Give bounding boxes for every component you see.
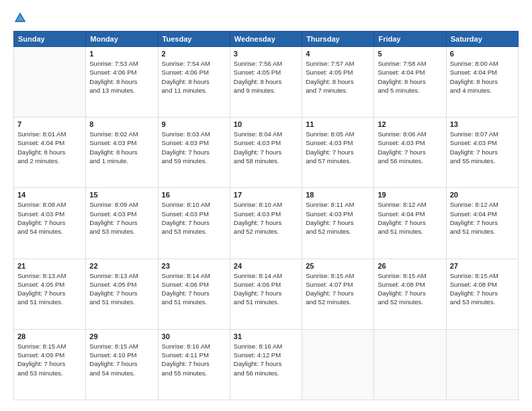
day-info: Sunrise: 8:11 AM Sunset: 4:03 PM Dayligh…: [306, 200, 370, 236]
calendar-cell: 31Sunrise: 8:16 AM Sunset: 4:12 PM Dayli…: [230, 329, 302, 400]
day-info: Sunrise: 7:58 AM Sunset: 4:04 PM Dayligh…: [378, 59, 442, 95]
calendar-cell: 17Sunrise: 8:10 AM Sunset: 4:03 PM Dayli…: [230, 188, 302, 259]
day-number: 19: [378, 191, 442, 199]
day-number: 31: [234, 332, 298, 340]
calendar-cell: 27Sunrise: 8:15 AM Sunset: 4:08 PM Dayli…: [446, 259, 518, 329]
day-info: Sunrise: 8:06 AM Sunset: 4:03 PM Dayligh…: [378, 130, 442, 165]
calendar-cell: 22Sunrise: 8:13 AM Sunset: 4:05 PM Dayli…: [86, 259, 158, 329]
day-of-week-header: Tuesday: [158, 32, 230, 47]
calendar-cell: 3Sunrise: 7:56 AM Sunset: 4:05 PM Daylig…: [230, 47, 302, 118]
day-of-week-header: Thursday: [302, 32, 374, 47]
day-info: Sunrise: 8:12 AM Sunset: 4:04 PM Dayligh…: [450, 200, 515, 236]
calendar-page: SundayMondayTuesdayWednesdayThursdayFrid…: [0, 0, 532, 411]
calendar-cell: 11Sunrise: 8:05 AM Sunset: 4:03 PM Dayli…: [302, 118, 374, 188]
calendar-cell: 10Sunrise: 8:04 AM Sunset: 4:03 PM Dayli…: [230, 118, 302, 188]
day-info: Sunrise: 8:10 AM Sunset: 4:03 PM Dayligh…: [162, 200, 226, 236]
calendar-cell: 30Sunrise: 8:16 AM Sunset: 4:11 PM Dayli…: [158, 329, 230, 400]
day-number: 15: [89, 191, 154, 199]
calendar-week-row: 28Sunrise: 8:15 AM Sunset: 4:09 PM Dayli…: [14, 329, 519, 400]
day-info: Sunrise: 8:00 AM Sunset: 4:04 PM Dayligh…: [450, 59, 515, 95]
day-info: Sunrise: 8:08 AM Sunset: 4:03 PM Dayligh…: [17, 200, 82, 236]
day-info: Sunrise: 8:09 AM Sunset: 4:03 PM Dayligh…: [89, 200, 154, 236]
day-info: Sunrise: 8:16 AM Sunset: 4:12 PM Dayligh…: [234, 342, 298, 377]
calendar-cell: [302, 329, 374, 400]
calendar-cell: 21Sunrise: 8:13 AM Sunset: 4:05 PM Dayli…: [14, 259, 86, 329]
calendar-cell: [14, 47, 86, 118]
day-info: Sunrise: 7:54 AM Sunset: 4:06 PM Dayligh…: [162, 59, 226, 95]
day-info: Sunrise: 8:14 AM Sunset: 4:06 PM Dayligh…: [234, 271, 298, 307]
day-number: 29: [89, 332, 154, 340]
day-number: 20: [450, 191, 515, 199]
calendar-cell: 16Sunrise: 8:10 AM Sunset: 4:03 PM Dayli…: [158, 188, 230, 259]
calendar-cell: 1Sunrise: 7:53 AM Sunset: 4:06 PM Daylig…: [86, 47, 158, 118]
day-of-week-header: Wednesday: [230, 32, 302, 47]
day-number: 14: [17, 191, 82, 199]
day-info: Sunrise: 8:15 AM Sunset: 4:10 PM Dayligh…: [89, 342, 154, 377]
day-number: 27: [450, 262, 515, 270]
day-number: 6: [450, 50, 515, 58]
day-info: Sunrise: 8:12 AM Sunset: 4:04 PM Dayligh…: [378, 200, 442, 236]
day-info: Sunrise: 8:01 AM Sunset: 4:04 PM Dayligh…: [17, 130, 82, 165]
day-info: Sunrise: 8:02 AM Sunset: 4:03 PM Dayligh…: [89, 130, 154, 165]
day-of-week-header: Sunday: [14, 32, 86, 47]
day-info: Sunrise: 8:05 AM Sunset: 4:03 PM Dayligh…: [306, 130, 370, 165]
calendar-cell: 5Sunrise: 7:58 AM Sunset: 4:04 PM Daylig…: [374, 47, 446, 118]
logo-icon: [13, 11, 27, 24]
day-info: Sunrise: 8:07 AM Sunset: 4:03 PM Dayligh…: [450, 130, 515, 165]
day-info: Sunrise: 8:15 AM Sunset: 4:07 PM Dayligh…: [306, 271, 370, 307]
day-number: 5: [378, 50, 442, 58]
calendar-header: SundayMondayTuesdayWednesdayThursdayFrid…: [14, 32, 519, 47]
day-number: 2: [162, 50, 226, 58]
calendar-cell: 8Sunrise: 8:02 AM Sunset: 4:03 PM Daylig…: [86, 118, 158, 188]
calendar-week-row: 14Sunrise: 8:08 AM Sunset: 4:03 PM Dayli…: [14, 188, 519, 259]
calendar-cell: 23Sunrise: 8:14 AM Sunset: 4:06 PM Dayli…: [158, 259, 230, 329]
day-number: 4: [306, 50, 370, 58]
calendar-week-row: 7Sunrise: 8:01 AM Sunset: 4:04 PM Daylig…: [14, 118, 519, 188]
calendar-cell: 2Sunrise: 7:54 AM Sunset: 4:06 PM Daylig…: [158, 47, 230, 118]
day-info: Sunrise: 7:57 AM Sunset: 4:05 PM Dayligh…: [306, 59, 370, 95]
calendar-cell: 29Sunrise: 8:15 AM Sunset: 4:10 PM Dayli…: [86, 329, 158, 400]
calendar-cell: 12Sunrise: 8:06 AM Sunset: 4:03 PM Dayli…: [374, 118, 446, 188]
calendar-cell: 14Sunrise: 8:08 AM Sunset: 4:03 PM Dayli…: [14, 188, 86, 259]
header-row: SundayMondayTuesdayWednesdayThursdayFrid…: [14, 32, 519, 47]
calendar-cell: 9Sunrise: 8:03 AM Sunset: 4:03 PM Daylig…: [158, 118, 230, 188]
day-number: 8: [89, 120, 154, 128]
logo: [13, 11, 30, 24]
calendar-week-row: 1Sunrise: 7:53 AM Sunset: 4:06 PM Daylig…: [14, 47, 519, 118]
day-info: Sunrise: 8:14 AM Sunset: 4:06 PM Dayligh…: [162, 271, 226, 307]
day-number: 18: [306, 191, 370, 199]
calendar-cell: 6Sunrise: 8:00 AM Sunset: 4:04 PM Daylig…: [446, 47, 518, 118]
day-number: 24: [234, 262, 298, 270]
day-number: 26: [378, 262, 442, 270]
calendar-cell: 25Sunrise: 8:15 AM Sunset: 4:07 PM Dayli…: [302, 259, 374, 329]
day-number: 1: [89, 50, 154, 58]
calendar-body: 1Sunrise: 7:53 AM Sunset: 4:06 PM Daylig…: [14, 47, 519, 400]
day-number: 9: [162, 120, 226, 128]
day-number: 17: [234, 191, 298, 199]
day-of-week-header: Saturday: [446, 32, 518, 47]
calendar-cell: 24Sunrise: 8:14 AM Sunset: 4:06 PM Dayli…: [230, 259, 302, 329]
day-number: 22: [89, 262, 154, 270]
day-info: Sunrise: 8:15 AM Sunset: 4:09 PM Dayligh…: [17, 342, 82, 377]
day-number: 30: [162, 332, 226, 340]
header: [13, 11, 519, 24]
day-info: Sunrise: 8:16 AM Sunset: 4:11 PM Dayligh…: [162, 342, 226, 377]
day-number: 28: [17, 332, 82, 340]
calendar-cell: 15Sunrise: 8:09 AM Sunset: 4:03 PM Dayli…: [86, 188, 158, 259]
day-number: 13: [450, 120, 515, 128]
day-info: Sunrise: 8:13 AM Sunset: 4:05 PM Dayligh…: [89, 271, 154, 307]
day-number: 16: [162, 191, 226, 199]
calendar-cell: 28Sunrise: 8:15 AM Sunset: 4:09 PM Dayli…: [14, 329, 86, 400]
calendar-cell: [446, 329, 518, 400]
calendar-cell: 13Sunrise: 8:07 AM Sunset: 4:03 PM Dayli…: [446, 118, 518, 188]
day-number: 3: [234, 50, 298, 58]
day-info: Sunrise: 8:10 AM Sunset: 4:03 PM Dayligh…: [234, 200, 298, 236]
calendar-cell: 18Sunrise: 8:11 AM Sunset: 4:03 PM Dayli…: [302, 188, 374, 259]
day-number: 10: [234, 120, 298, 128]
day-number: 25: [306, 262, 370, 270]
calendar-cell: 26Sunrise: 8:15 AM Sunset: 4:08 PM Dayli…: [374, 259, 446, 329]
calendar-cell: 20Sunrise: 8:12 AM Sunset: 4:04 PM Dayli…: [446, 188, 518, 259]
day-info: Sunrise: 7:53 AM Sunset: 4:06 PM Dayligh…: [89, 59, 154, 95]
calendar-cell: 4Sunrise: 7:57 AM Sunset: 4:05 PM Daylig…: [302, 47, 374, 118]
day-info: Sunrise: 8:13 AM Sunset: 4:05 PM Dayligh…: [17, 271, 82, 307]
